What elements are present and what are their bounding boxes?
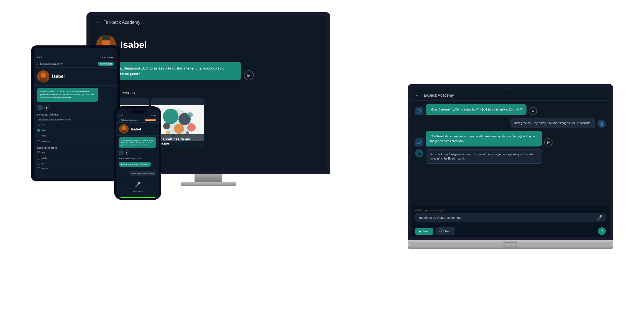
phone-badge: Aug 11 2019 — [145, 119, 156, 121]
laptop-header: ← Talkback Academy — [411, 90, 610, 101]
laptop-message-1: ¡Hola, Benjamín! ¿Cómo estás hoy? ¿Qué t… — [415, 104, 606, 115]
desktop-ai-bubble: ¡Hola, Benjamín! ¿Cómo estás? ¿Te gustar… — [108, 62, 241, 80]
desktop-lessons-title: Intermediate lessons — [96, 90, 320, 95]
laptop-title: Talkback Academy — [422, 93, 454, 97]
phone-user-message-row: Imágenes de montar a los tres. — [116, 169, 159, 177]
tablet-device: 9:41 ▲▲▲ ●●● ‹ Talkback Academy Intermed… — [31, 45, 120, 181]
phone-profile-name: Isabel — [131, 127, 141, 131]
phone-pronunciation-section: Pronunciation practice ▶ Slow say 'imáge… — [116, 156, 159, 169]
main-scene: ← Talkback Academy Isabel — [31, 12, 613, 317]
laptop-send-btn[interactable]: ▶ Send — [415, 228, 433, 235]
phone-section-title: Pronunciation practice — [119, 157, 156, 160]
svg-rect-33 — [418, 110, 418, 111]
svg-point-20 — [163, 123, 170, 129]
phone-green-accent — [115, 197, 160, 199]
laptop-help-btn[interactable]: ● Help — [436, 227, 455, 235]
monitor-base — [181, 182, 236, 186]
laptop-ai-bubble-1: ¡Hola, Benjamín! ¿Cómo estás hoy? ¿Qué t… — [426, 104, 527, 115]
phone-user-bubble: Imágenes de montar a los tres. — [129, 171, 156, 176]
laptop-ai-icon-1 — [415, 107, 423, 115]
svg-rect-36 — [418, 142, 418, 143]
phone-play-btn[interactable]: ▶ — [125, 150, 129, 155]
laptop-mic-icon[interactable]: 🎤 — [597, 215, 602, 220]
svg-point-19 — [174, 124, 184, 134]
phone-mic-section: 🎤 — [116, 177, 159, 191]
tablet-badge: Intermediate — [98, 62, 114, 66]
laptop-ai-icon-2 — [415, 138, 423, 146]
laptop-hinge — [408, 240, 613, 245]
phone-frame: 9:41 ▲ ●●● ‹ Talkback Academy Aug 11 201… — [114, 106, 161, 200]
tablet-sentence-title: Sentence practice — [37, 146, 114, 149]
tablet-sentence-2: past ii — [37, 156, 114, 161]
laptop-correction-row: ⚠ You should say 'imágenes' instead of '… — [415, 149, 606, 166]
tablet-profile-name: Isabel — [52, 74, 65, 79]
svg-rect-35 — [417, 141, 420, 143]
svg-rect-3 — [102, 35, 110, 40]
phone-back[interactable]: ‹ — [119, 119, 120, 121]
phone-notch — [129, 110, 146, 114]
laptop-user-bubble-1: Bien gracias. Hoy estoy haciendo images … — [510, 118, 595, 128]
laptop-input-text[interactable]: Imágenes de montar como func — [418, 216, 597, 219]
laptop-back-btn[interactable]: ← — [415, 93, 419, 97]
phone-practice-btn[interactable]: ▶ Slow say 'imágenes' sintético — [119, 162, 151, 167]
phone-title: Talkback Academy — [121, 119, 139, 121]
laptop-input-label: What do you want to say? — [415, 209, 606, 212]
laptop-play-2[interactable]: ▶ — [544, 138, 553, 146]
laptop-brand-label: MacBook — [408, 245, 613, 249]
desktop-play-btn[interactable]: ▶ — [244, 70, 254, 80]
monitor-neck — [195, 174, 222, 182]
tablet-title: Talkback Academy — [40, 62, 63, 65]
laptop-input-row: Imágenes de montar como func 🎤 — [415, 213, 606, 222]
tablet-activity-1: true — [34, 122, 117, 127]
svg-point-21 — [187, 123, 196, 132]
phone-status-bar: 9:41 ▲ ●●● — [116, 115, 159, 118]
tablet-sentence-section: Sentence practice ✗ true past ii goes pi… — [34, 145, 117, 173]
phone-device: 9:41 ▲ ●●● ‹ Talkback Academy Aug 11 201… — [114, 106, 161, 200]
phone-mic-label: Tap to record — [116, 191, 159, 193]
desktop-chat-container: ¡Hola, Benjamín! ¿Cómo estás? ¿Te gustar… — [90, 57, 327, 88]
tablet-back[interactable]: ‹ — [37, 63, 38, 65]
tablet-sentence-4: pieces — [37, 166, 114, 171]
tablet-avatar — [37, 70, 49, 83]
laptop-message-2: Bien gracias. Hoy estoy haciendo images … — [415, 118, 606, 128]
laptop-user-avatar-1: 👤 — [597, 120, 606, 128]
svg-point-17 — [163, 109, 178, 124]
desktop-app-title: Talkback Academy — [104, 20, 140, 25]
laptop-message-3: ¡Qué bien! Hacer imágenes para un sitio … — [415, 131, 606, 146]
desktop-app-header: ← Talkback Academy — [90, 16, 327, 29]
laptop-input-area: What do you want to say? Imágenes de mon… — [411, 206, 610, 225]
laptop-app: ← Talkback Academy ¡Hola, Benjamín! ¿Cóm… — [411, 90, 610, 237]
phone-app-header: ‹ Talkback Academy Aug 11 2019 — [116, 118, 159, 123]
laptop-screen: ← Talkback Academy ¡Hola, Benjamín! ¿Cóm… — [408, 84, 613, 240]
tablet-sentence-1: ✗ true — [37, 150, 114, 156]
laptop-ai-bubble-2: ¡Qué bien! Hacer imágenes para un sitio … — [426, 131, 542, 146]
desktop-back-arrow[interactable]: ← — [95, 19, 100, 25]
laptop-question-btn[interactable]: ? — [598, 227, 606, 235]
tablet-section-title: Language activities — [34, 112, 117, 117]
phone-mic-btn[interactable]: 🎤 — [133, 179, 143, 189]
tablet-activity-4: between — [34, 139, 117, 145]
tablet-ai-icon: ⬛ — [37, 105, 43, 110]
phone-chat-controls: ▶ — [116, 149, 159, 156]
laptop-bottom-bar: ▶ Send ● Help ? — [411, 225, 610, 237]
svg-point-30 — [122, 126, 126, 130]
tablet-sentence-3: goes — [37, 161, 114, 166]
tablet-frame: 9:41 ▲▲▲ ●●● ‹ Talkback Academy Intermed… — [31, 45, 120, 181]
tablet-status-bar: 9:41 ▲▲▲ ●●● — [34, 56, 117, 60]
tablet-profile: Isabel — [34, 68, 117, 86]
svg-rect-32 — [417, 110, 420, 112]
tablet-activity-3: verb — [34, 133, 117, 139]
laptop-notch-indent — [504, 242, 517, 243]
laptop-correction-box: You should say 'imágenes' instead of 'im… — [426, 149, 542, 164]
phone-avatar — [119, 124, 129, 134]
tablet-activity-hint: The adjective goes after the noun: — [34, 117, 117, 122]
laptop-chat-area: ¡Hola, Benjamín! ¿Cómo estás hoy? ¿Qué t… — [411, 101, 610, 206]
tablet-play-btn[interactable]: ▶ — [44, 105, 50, 110]
desktop-profile-name: Isabel — [120, 39, 147, 50]
phone-profile: Isabel — [116, 123, 159, 136]
phone-chat-bubble: ¡Hola, que al el trabajo de el sistema l… — [119, 137, 156, 148]
tablet-activity-2: false — [34, 127, 117, 133]
tablet-chat-controls: ⬛ ▶ — [34, 104, 117, 112]
laptop-play-1[interactable]: ▶ — [529, 107, 537, 115]
laptop-help-icon: ● — [439, 229, 444, 233]
